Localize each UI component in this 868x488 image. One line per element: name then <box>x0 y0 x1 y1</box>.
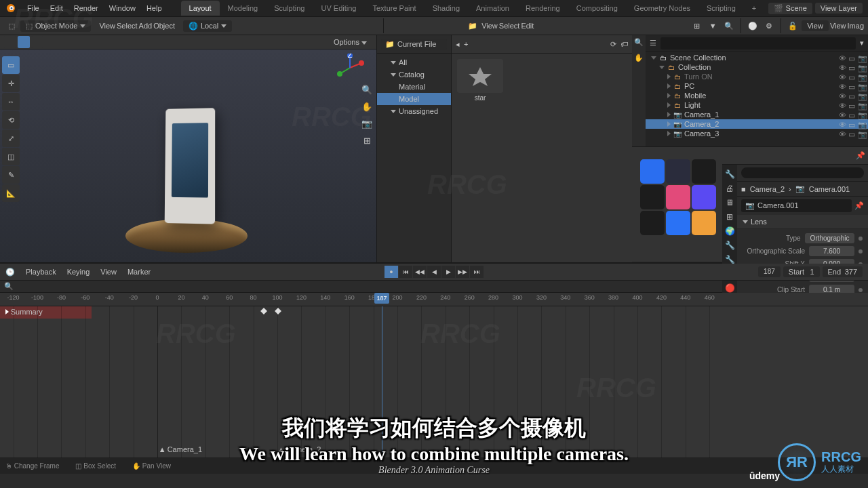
props-search[interactable] <box>741 167 864 178</box>
workspace-tab-modeling[interactable]: Modeling <box>220 1 267 16</box>
play-button[interactable]: ▶ <box>441 266 455 278</box>
outliner-item-light[interactable]: 🗀Light👁▭📷 <box>646 100 868 110</box>
timeline-keying-menu[interactable]: Keying <box>62 268 96 276</box>
header-select-menu[interactable]: Select <box>117 22 138 30</box>
image-menu[interactable]: Imag <box>848 22 864 30</box>
catalog-item-model[interactable]: Model <box>377 93 451 105</box>
menu-file[interactable]: File <box>22 4 45 12</box>
outliner-search[interactable] <box>660 37 856 49</box>
outliner-pan-icon[interactable]: ✋ <box>634 54 644 62</box>
asset-file-dropdown[interactable]: 📁Current File <box>381 39 447 50</box>
timeline-search-icon[interactable]: 🔍 <box>4 282 14 291</box>
workspace-tab-texture-paint[interactable]: Texture Paint <box>364 1 424 16</box>
asset-tag-icon[interactable]: 🏷 <box>620 40 628 48</box>
orientation-dropdown[interactable]: 🌐Local <box>183 20 232 32</box>
add-icon[interactable]: + <box>464 40 468 48</box>
move-tool[interactable]: ↔ <box>2 93 20 110</box>
view-dd[interactable]: View <box>802 20 829 31</box>
material-swatch-2[interactable] <box>692 159 716 184</box>
options-dropdown[interactable]: Options <box>334 38 372 46</box>
asset-select-menu[interactable]: Select <box>499 22 520 30</box>
menu-help[interactable]: Help <box>141 4 167 12</box>
material-swatch-3[interactable] <box>640 185 665 209</box>
props-tab-0[interactable]: 🔧 <box>723 167 736 181</box>
lock-icon[interactable]: 🔓 <box>785 18 800 33</box>
outliner-item-scene-collection[interactable]: 🗀Scene Collection👁▭📷 <box>646 53 868 62</box>
workspace-tab-geometry-nodes[interactable]: Geometry Nodes <box>626 1 698 16</box>
viewport-3d[interactable]: ▭ ✛ ↔ ⟲ ⤢ ◫ ✎ 📐 Z <box>0 49 376 262</box>
props-tab-5[interactable]: 🔧 <box>723 239 736 252</box>
settings-icon[interactable]: ⚙ <box>762 18 776 33</box>
timeline-editor-icon[interactable]: 🕒 <box>0 268 20 277</box>
nav-gizmo[interactable]: Z <box>336 54 364 82</box>
outliner-item-camera-2[interactable]: 📷Camera_2👁▭📷 <box>646 119 868 129</box>
material-swatch-1[interactable] <box>666 159 690 184</box>
search-icon[interactable]: 🔍 <box>722 18 736 33</box>
rotate-tool[interactable]: ⟲ <box>2 111 20 129</box>
material-swatch-5[interactable] <box>692 185 716 209</box>
pan-icon[interactable]: ✋ <box>361 102 372 112</box>
asset-editor-icon[interactable]: 📁 <box>465 18 480 33</box>
scene-selector[interactable]: 🎬Scene <box>768 3 812 14</box>
jump-end-button[interactable]: ⏭ <box>470 266 484 278</box>
pin-icon[interactable]: 📌 <box>854 201 864 210</box>
workspace-tab-scripting[interactable]: Scripting <box>698 1 744 16</box>
outliner-item-camera-1[interactable]: 📷Camera_1👁▭📷 <box>646 110 868 119</box>
start-frame[interactable]: Start 1 <box>783 266 820 277</box>
timeline-playback-menu[interactable]: Playback <box>20 268 62 276</box>
outliner-item-collection[interactable]: 🗀Collection👁▭📷 <box>646 62 868 72</box>
prev-key-button[interactable]: ◀◀ <box>413 266 427 278</box>
editor-type-icon[interactable]: ⬚ <box>4 18 19 33</box>
mode-dropdown[interactable]: ⬚Object Mode <box>20 20 91 32</box>
asset-view-menu[interactable]: View <box>481 22 498 30</box>
material-swatch-7[interactable] <box>666 211 690 235</box>
lens-panel-header[interactable]: Lens <box>737 215 868 229</box>
material-swatch-4[interactable] <box>666 185 690 209</box>
timeline-marker-menu[interactable]: Marker <box>122 268 156 276</box>
timeline-body[interactable]: Summary ▲Camera_1▲Camera_2 <box>0 306 868 458</box>
asset-edit-menu[interactable]: Edit <box>521 22 534 30</box>
workspace-tab-sculpting[interactable]: Sculpting <box>266 1 313 16</box>
header-object-menu[interactable]: Object <box>153 22 175 30</box>
workspace-tab-compositing[interactable]: Compositing <box>568 1 626 16</box>
header-add-menu[interactable]: Add <box>139 22 153 30</box>
snap-vertex-icon[interactable] <box>4 36 16 48</box>
asset-thumb-star[interactable]: star <box>457 59 503 102</box>
outliner-item-camera-3[interactable]: 📷Camera_3👁▭📷 <box>646 129 868 138</box>
cursor-tool[interactable]: ✛ <box>2 75 20 92</box>
outliner-item-turn-on[interactable]: 🗀Turn ON👁▭📷 <box>646 72 868 81</box>
header-view-menu[interactable]: View <box>99 22 115 30</box>
workspace-tab-uv-editing[interactable]: UV Editing <box>313 1 364 16</box>
menu-render[interactable]: Render <box>68 4 104 12</box>
outliner-item-mobile[interactable]: 🗀Mobile👁▭📷 <box>646 91 868 100</box>
image-view-menu[interactable]: View <box>830 22 846 30</box>
camera-view-icon[interactable]: 📷 <box>361 119 372 129</box>
outliner-item-pc[interactable]: 🗀PC👁▭📷 <box>646 81 868 91</box>
timeline-view-menu[interactable]: View <box>95 268 122 276</box>
material-swatch-0[interactable] <box>640 159 665 184</box>
workspace-tab-layout[interactable]: Layout <box>181 1 220 16</box>
catalog-item-all[interactable]: All <box>377 56 451 68</box>
next-key-button[interactable]: ▶▶ <box>456 266 469 278</box>
outliner-restrict-icon[interactable]: 🔍 <box>634 38 644 47</box>
pin-icon[interactable]: 📌 <box>856 151 864 159</box>
perspective-icon[interactable]: ⊞ <box>363 136 371 146</box>
snap-edge-icon[interactable] <box>18 36 30 48</box>
props-tab-3[interactable]: ⊞ <box>723 210 736 224</box>
props-tab-4[interactable]: 🌍 <box>723 224 736 238</box>
filter-icon-2[interactable]: ⚪ <box>745 18 760 33</box>
annotate-tool[interactable]: ✎ <box>2 166 20 184</box>
viewlayer-selector[interactable]: View Layer <box>815 3 863 14</box>
autokey-button[interactable]: ● <box>384 266 398 278</box>
scale-tool[interactable]: ⤢ <box>2 129 20 147</box>
material-swatch-6[interactable] <box>640 211 665 235</box>
menu-window[interactable]: Window <box>104 4 141 12</box>
keyframe[interactable] <box>260 308 267 314</box>
snap-face-icon[interactable] <box>31 36 43 48</box>
material-swatch-8[interactable] <box>692 211 716 235</box>
current-frame[interactable]: 187 <box>758 266 781 277</box>
workspace-tab-rendering[interactable]: Rendering <box>517 1 568 16</box>
outliner-editor-icon[interactable]: ☰ <box>650 39 656 47</box>
lens-type-dropdown[interactable]: Orthographic <box>805 233 855 243</box>
select-tool[interactable]: ▭ <box>2 56 20 74</box>
